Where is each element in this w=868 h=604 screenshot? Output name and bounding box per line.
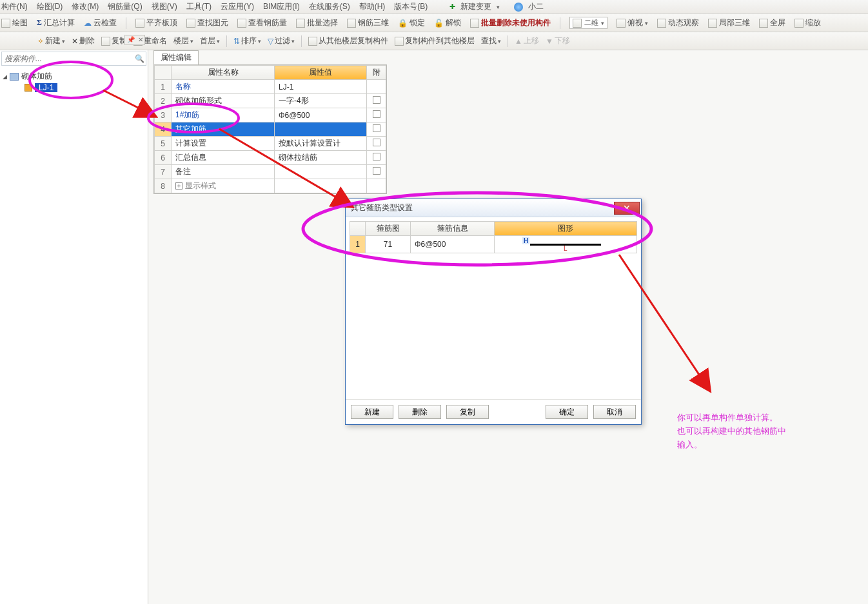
dialog-cancel-button[interactable]: 取消: [593, 405, 636, 419]
close-icon[interactable]: ✕: [138, 35, 143, 44]
menu-item[interactable]: 视图(V): [152, 1, 177, 12]
btn-sort[interactable]: ⇅排序▾: [233, 35, 261, 46]
header-blank: [350, 222, 366, 236]
property-tab[interactable]: 属性编辑: [153, 50, 199, 64]
dialog-copy-button[interactable]: 复制: [446, 405, 489, 419]
grid-icon: [296, 19, 305, 28]
prop-row[interactable]: 7 备注: [155, 165, 386, 179]
header-propvalue: 属性值: [275, 66, 367, 80]
btn-copy[interactable]: 复制: [101, 35, 127, 46]
menu-item[interactable]: 在线服务(S): [309, 1, 350, 12]
category-icon: [10, 73, 19, 81]
dialog-new-button[interactable]: 新建: [351, 405, 393, 419]
prop-row[interactable]: 8 +显示样式: [155, 179, 386, 193]
checkbox[interactable]: [373, 153, 380, 161]
menu-item[interactable]: 云应用(Y): [221, 1, 254, 12]
tool-view-rebar[interactable]: 查看钢筋量: [237, 17, 287, 28]
tool-top-view[interactable]: 俯视▾: [616, 17, 648, 28]
tool-sum[interactable]: Σ 汇总计算: [37, 17, 75, 28]
lock-icon: 🔒: [398, 19, 408, 28]
dialog-ok-button[interactable]: 确定: [546, 405, 588, 419]
chart-icon: [237, 19, 246, 28]
menu-item[interactable]: 绘图(D): [37, 1, 63, 12]
property-panel: 属性编辑 属性名称 属性值 附 1 名称 LJ-1 2 砌体加筋形式 一字-4形: [153, 50, 387, 194]
checkbox[interactable]: [373, 139, 380, 146]
btn-copy-from-floor[interactable]: 从其他楼层复制构件: [308, 35, 388, 46]
tool-lock[interactable]: 🔒锁定: [398, 17, 425, 28]
tool-unlock[interactable]: 🔓解锁: [434, 17, 461, 28]
dialog-close-button[interactable]: ✕: [614, 202, 640, 215]
checkbox[interactable]: [373, 124, 380, 132]
sort-icon: ⇅: [233, 37, 240, 46]
prop-row[interactable]: 2 砌体加筋形式 一字-4形: [155, 94, 386, 108]
floor-select[interactable]: 首层: [200, 35, 220, 46]
btn-delete[interactable]: ✕ 删除: [72, 35, 95, 46]
header-propname: 属性名称: [172, 66, 275, 80]
plus-icon: ✚: [449, 3, 455, 11]
hoop-table: 箍筋图 箍筋信息 图形 1 71 Φ6@500 H L: [350, 221, 637, 253]
view-mode-combo[interactable]: 二维: [569, 17, 607, 29]
btn-filter[interactable]: ▽过滤▾: [268, 35, 295, 46]
pin-icon[interactable]: 📌: [127, 35, 135, 44]
hoop-img-cell[interactable]: 71: [366, 236, 411, 253]
btn-move-down: ▼下移: [546, 35, 570, 46]
tool-draw[interactable]: 绘图: [1, 17, 28, 28]
expand-icon[interactable]: +: [175, 182, 182, 190]
checkbox[interactable]: [373, 167, 380, 175]
btn-copy-to-floor[interactable]: 复制构件到其他楼层: [395, 35, 475, 46]
header-hoop-img: 箍筋图: [366, 222, 411, 236]
menu-item[interactable]: BIM应用(I): [263, 1, 300, 12]
tree-search[interactable]: 🔍: [1, 52, 146, 66]
zoom-icon: [794, 19, 804, 28]
level-icon: [135, 19, 144, 28]
prop-row[interactable]: 1 名称 LJ-1: [155, 80, 386, 94]
cube-icon: [347, 19, 356, 28]
search-input[interactable]: [2, 53, 133, 64]
btn-find[interactable]: 查找: [481, 35, 501, 46]
btn-new[interactable]: ✧新建▾: [37, 35, 65, 46]
dialog-delete-button[interactable]: 删除: [399, 405, 441, 419]
menu-item[interactable]: 钢筋量(Q): [108, 1, 142, 12]
collapse-icon[interactable]: ◢: [3, 73, 7, 80]
checkbox[interactable]: [373, 110, 380, 118]
tree-root[interactable]: ◢ 砌体加筋: [3, 71, 145, 82]
hoop-row[interactable]: 1 71 Φ6@500 H L: [350, 236, 637, 253]
checkbox[interactable]: [373, 96, 380, 104]
dialog-titlebar[interactable]: 其它箍筋类型设置 ✕: [346, 199, 641, 217]
tool-flat-top[interactable]: 平齐板顶: [135, 17, 177, 28]
tool-dyn-observe[interactable]: 动态观察: [657, 17, 699, 28]
hoop-graphic-cell[interactable]: H L: [495, 236, 637, 253]
box-icon: [708, 19, 717, 28]
prop-row[interactable]: 3 1#加筋 Φ6@500: [155, 108, 386, 122]
tool-batch-delete[interactable]: 批量删除未使用构件: [470, 17, 551, 28]
dialog-title: 其它箍筋类型设置: [351, 202, 413, 213]
menu-item[interactable]: 版本号(B): [394, 1, 428, 12]
tree-item[interactable]: LJ-1: [25, 83, 145, 92]
component-tree-pane: 📌✕ 🔍 ◢ 砌体加筋 LJ-1: [0, 50, 148, 604]
component-icon: [25, 84, 32, 92]
pencil-icon: [1, 19, 10, 28]
prop-row[interactable]: 6 汇总信息 砌体拉结筋: [155, 151, 386, 165]
tool-zoom[interactable]: 缩放: [794, 17, 821, 28]
prop-row-selected[interactable]: 4 其它加筋: [155, 122, 386, 137]
menu-item[interactable]: 修改(M): [72, 1, 99, 12]
menu-item[interactable]: 构件(N): [1, 1, 28, 12]
tool-fullscreen[interactable]: 全屏: [759, 17, 785, 28]
hoop-info-cell[interactable]: Φ6@500: [411, 236, 495, 253]
tool-find-elem[interactable]: 查找图元: [186, 17, 228, 28]
tool-batch-select[interactable]: 批量选择: [296, 17, 338, 28]
prop-row[interactable]: 5 计算设置 按默认计算设置计: [155, 137, 386, 151]
row-number: 1: [350, 236, 366, 253]
menu-item[interactable]: 帮助(H): [359, 1, 386, 12]
menu-item[interactable]: 工具(T): [186, 1, 212, 12]
tool-cloud-check[interactable]: ☁云检查: [84, 17, 117, 28]
tool-rebar-3d[interactable]: 钢筋三维: [347, 17, 389, 28]
btn-move-up: ▲上移: [515, 35, 539, 46]
tool-local-3d[interactable]: 局部三维: [708, 17, 750, 28]
cloud-icon: ☁: [84, 19, 92, 28]
import-icon: [308, 37, 317, 46]
search-icon[interactable]: 🔍: [133, 54, 146, 63]
new-change-menu[interactable]: 新建变更: [460, 1, 491, 12]
pane-controls[interactable]: 📌✕: [124, 35, 145, 45]
tree-item-label: LJ-1: [35, 83, 57, 92]
